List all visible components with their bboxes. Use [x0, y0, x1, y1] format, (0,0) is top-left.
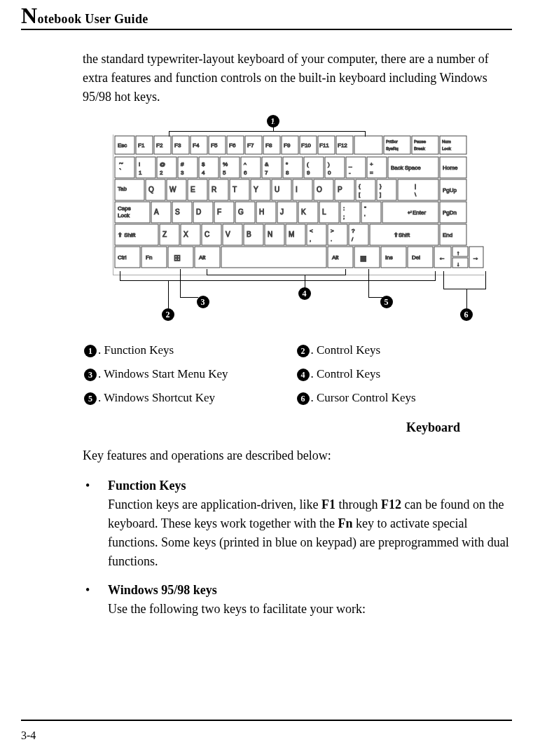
svg-text:|: |: [415, 183, 416, 189]
legend-num-3: 3: [84, 369, 97, 381]
svg-text:G: G: [238, 208, 244, 216]
svg-text:F3: F3: [174, 142, 181, 149]
svg-text:Pause: Pause: [414, 139, 427, 144]
svg-rect-193: [452, 258, 468, 268]
svg-text:*: *: [286, 161, 288, 167]
svg-text:↵Enter: ↵Enter: [408, 209, 426, 216]
svg-text:N: N: [268, 231, 272, 238]
svg-text:^: ^: [244, 161, 247, 167]
svg-rect-183: [354, 247, 380, 268]
intro-paragraph: the standard typewriter-layout keyboard …: [83, 50, 509, 106]
svg-text:3: 3: [181, 170, 184, 176]
svg-rect-26: [354, 136, 382, 154]
svg-text:F9: F9: [284, 142, 291, 149]
svg-text:A: A: [154, 208, 159, 216]
legend-num-6: 6: [297, 392, 310, 405]
svg-rect-36: [115, 157, 134, 178]
callout-6: 6: [460, 308, 473, 321]
svg-text:Lock: Lock: [442, 146, 452, 151]
svg-text:1: 1: [139, 170, 142, 176]
callout-2: 2: [162, 308, 174, 321]
svg-text:Ins: Ins: [385, 254, 393, 261]
svg-text:J: J: [280, 208, 284, 216]
svg-text:.: .: [331, 236, 332, 242]
svg-text:!: !: [139, 161, 140, 167]
svg-text:⊞: ⊞: [174, 253, 181, 263]
svg-text:_: _: [348, 161, 352, 167]
svg-text:;: ;: [343, 214, 345, 220]
svg-text:L: L: [322, 208, 326, 216]
svg-text:S: S: [175, 208, 180, 216]
svg-text:←: ←: [438, 254, 445, 262]
svg-text:0: 0: [328, 170, 331, 176]
svg-text:F12: F12: [338, 142, 347, 149]
list-item: Function Keys Function keys are applicat…: [83, 476, 509, 571]
svg-text:`: `: [119, 168, 121, 176]
legend-text-1: . Function Keys: [98, 343, 174, 357]
svg-rect-27: [384, 136, 410, 154]
svg-text:⇧ Shift: ⇧ Shift: [118, 232, 136, 238]
legend-num-4: 4: [297, 369, 310, 381]
svg-text:Break: Break: [414, 146, 426, 151]
item-title-1: Function Keys: [108, 479, 186, 493]
svg-text:Esc: Esc: [118, 142, 127, 149]
item-title-2: Windows 95/98 keys: [108, 583, 217, 597]
svg-text:F: F: [217, 208, 221, 216]
svg-text:Lock: Lock: [118, 212, 130, 219]
svg-text:-: -: [349, 170, 351, 176]
svg-text:=: =: [370, 170, 373, 176]
header-title: Notebook User Guide: [21, 12, 148, 26]
subheading-keyboard: Keyboard: [83, 420, 460, 435]
svg-text:F1: F1: [138, 142, 145, 149]
svg-text:C: C: [205, 231, 209, 238]
svg-text:F6: F6: [229, 142, 236, 149]
callout-4: 4: [298, 287, 311, 300]
svg-text:Q: Q: [148, 186, 154, 193]
svg-text:I: I: [296, 186, 298, 193]
legend-text-2: . Control Keys: [311, 343, 381, 357]
svg-text:R: R: [212, 186, 216, 193]
svg-text:#: #: [181, 161, 184, 167]
svg-text:F7: F7: [247, 142, 254, 149]
legend-num-5: 5: [84, 392, 97, 405]
svg-text:F4: F4: [193, 142, 200, 149]
svg-text:Del: Del: [412, 254, 420, 261]
svg-text:→: →: [472, 254, 479, 262]
svg-text:F11: F11: [319, 142, 329, 149]
svg-text:U: U: [275, 186, 279, 193]
svg-text:,: ,: [310, 236, 311, 242]
item-text-2: Use the following two keys to facilitate…: [108, 602, 366, 616]
svg-text:F5: F5: [211, 142, 218, 149]
svg-text:Fn: Fn: [146, 254, 152, 261]
page-number: 3-4: [21, 729, 36, 742]
svg-text:M: M: [289, 231, 294, 238]
svg-text:8: 8: [286, 170, 289, 176]
svg-text:X: X: [184, 231, 188, 238]
svg-text:@: @: [160, 161, 165, 167]
svg-text:PrtScr: PrtScr: [386, 139, 398, 144]
svg-text:B: B: [247, 231, 251, 238]
svg-text:+: +: [370, 161, 373, 167]
legend-table: 1. Function Keys 2. Control Keys 3. Wind…: [83, 338, 509, 411]
svg-text:F8: F8: [265, 142, 272, 149]
svg-text:": ": [364, 205, 366, 212]
svg-text:?: ?: [352, 228, 355, 234]
svg-text:>: >: [331, 228, 334, 234]
page-header: Notebook User Guide: [21, 0, 512, 30]
svg-text:End: End: [443, 232, 452, 238]
svg-text::: :: [343, 205, 345, 212]
item-text-1: Function keys are application-driven, li…: [108, 497, 509, 568]
svg-text:Home: Home: [443, 165, 458, 171]
callout-3: 3: [197, 296, 209, 308]
svg-text:9: 9: [307, 170, 310, 176]
svg-text:4: 4: [202, 170, 205, 176]
svg-rect-180: [221, 247, 326, 268]
svg-text:$: $: [202, 161, 205, 167]
svg-text:↑: ↑: [457, 250, 459, 256]
svg-text:⇧Shift: ⇧Shift: [394, 232, 410, 238]
svg-text:5: 5: [223, 170, 226, 176]
legend-num-2: 2: [297, 345, 310, 357]
svg-text:PgUp: PgUp: [443, 187, 457, 193]
svg-text:}: }: [380, 183, 382, 189]
svg-text:P: P: [338, 186, 342, 193]
